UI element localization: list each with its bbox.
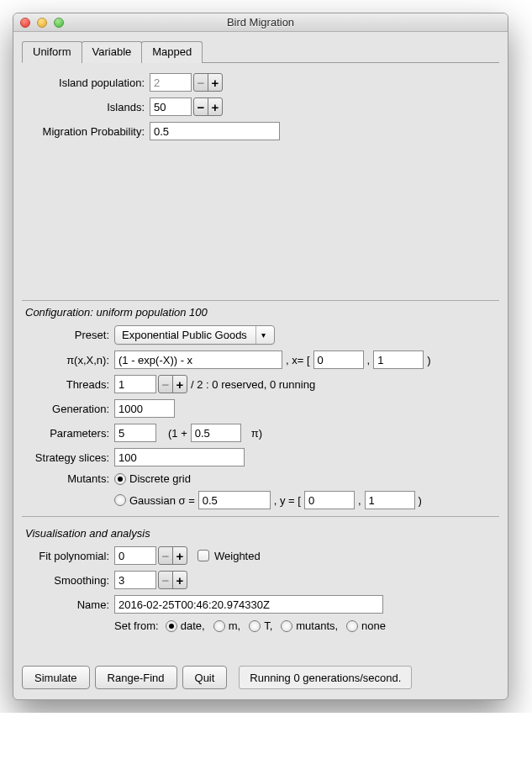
x-hi-input[interactable]	[373, 350, 424, 369]
range-find-button[interactable]: Range-Find	[95, 666, 177, 689]
island-population-label: Island population:	[22, 76, 150, 89]
threads-info: / 2 : 0 reserved, 0 running	[187, 378, 319, 391]
y-close-bracket: )	[415, 494, 425, 507]
simulate-button[interactable]: Simulate	[22, 666, 90, 689]
window-title: Bird Migration	[13, 16, 508, 29]
quit-button[interactable]: Quit	[182, 666, 228, 689]
parameters-label: Parameters:	[22, 427, 114, 440]
traffic-lights	[20, 18, 64, 28]
fit-polynomial-label: Fit polynomial:	[22, 550, 114, 562]
preset-dropdown[interactable]: Exponential Public Goods ▾	[114, 325, 275, 345]
smoothing-decrement[interactable]: −	[158, 571, 173, 589]
mutants-gaussian-option[interactable]: Gaussian σ =	[114, 494, 198, 507]
pi-label: π(x,X,n):	[22, 354, 114, 366]
smoothing-input[interactable]	[114, 571, 156, 589]
islands-decrement[interactable]: −	[193, 98, 208, 116]
weighted-checkbox[interactable]: Weighted	[198, 550, 261, 562]
migration-probability-label: Migration Probability:	[22, 125, 150, 138]
name-input[interactable]	[114, 595, 383, 614]
fit-decrement[interactable]: −	[158, 546, 173, 565]
setfrom-m[interactable]: m,	[213, 619, 240, 632]
tab-uniform[interactable]: Uniform	[22, 41, 82, 63]
radio-icon	[213, 620, 225, 632]
content: Uniform Variable Mapped Island populatio…	[13, 32, 508, 699]
smoothing-label: Smoothing:	[22, 574, 114, 587]
checkbox-icon	[198, 550, 209, 561]
param-close: π)	[241, 427, 266, 440]
mutants-discrete-label: Discrete grid	[129, 472, 191, 485]
y-hi-input[interactable]	[365, 491, 415, 509]
mutants-gaussian-label: Gaussian σ =	[129, 494, 198, 507]
radio-icon	[346, 620, 358, 632]
radio-icon	[114, 494, 126, 506]
x-lo-input[interactable]	[313, 350, 364, 369]
y-lo-input[interactable]	[304, 491, 355, 509]
close-button[interactable]	[20, 18, 30, 28]
chevron-down-icon: ▾	[255, 326, 271, 344]
tab-variable[interactable]: Variable	[82, 41, 143, 63]
status-text: Running 0 generations/second.	[239, 666, 412, 689]
y-open-bracket: , y = [	[271, 494, 304, 507]
titlebar: Bird Migration	[13, 13, 508, 32]
generation-label: Generation:	[22, 403, 114, 415]
visualisation-header: Visualisation and analysis	[22, 522, 499, 546]
islands-label: Islands:	[22, 101, 150, 113]
x-comma: ,	[364, 354, 374, 366]
preset-label: Preset:	[22, 329, 114, 341]
islands-increment[interactable]: +	[208, 98, 223, 116]
param-open: (1 +	[156, 427, 191, 440]
strategy-slices-label: Strategy slices:	[22, 451, 114, 464]
fit-increment[interactable]: +	[172, 546, 187, 565]
preset-value: Exponential Public Goods	[122, 329, 255, 341]
setfrom-label: Set from:	[114, 619, 162, 632]
island-population-increment[interactable]: +	[208, 73, 223, 92]
zoom-button[interactable]	[54, 18, 64, 28]
setfrom-none[interactable]: none	[346, 619, 386, 632]
radio-icon	[166, 620, 177, 632]
setfrom-date[interactable]: date,	[166, 619, 205, 632]
pi-expression-input[interactable]	[114, 350, 282, 369]
islands-input[interactable]	[150, 98, 192, 116]
migration-probability-input[interactable]	[150, 122, 280, 140]
mutants-label: Mutants:	[22, 472, 114, 485]
mutants-discrete-option[interactable]: Discrete grid	[114, 472, 191, 485]
radio-icon	[114, 473, 126, 485]
gaussian-sigma-input[interactable]	[198, 491, 271, 509]
bottom-button-row: Simulate Range-Find Quit Running 0 gener…	[22, 666, 499, 689]
parameters-input[interactable]	[114, 424, 156, 442]
threads-increment[interactable]: +	[172, 375, 187, 393]
radio-icon	[249, 620, 261, 632]
parameters-second-input[interactable]	[191, 424, 241, 442]
strategy-slices-input[interactable]	[114, 448, 245, 466]
window: Bird Migration Uniform Variable Mapped I…	[13, 13, 508, 700]
threads-decrement[interactable]: −	[158, 375, 173, 393]
x-open-bracket: , x= [	[282, 354, 313, 366]
separator	[22, 516, 499, 517]
island-population-decrement[interactable]: −	[193, 73, 208, 92]
uniform-panel: Island population: − + Islands: − + Migr…	[22, 71, 499, 290]
threads-label: Threads:	[22, 378, 114, 391]
weighted-label: Weighted	[214, 550, 261, 562]
tab-bar: Uniform Variable Mapped	[22, 40, 499, 63]
fit-polynomial-input[interactable]	[114, 546, 156, 565]
name-label: Name:	[22, 598, 114, 611]
tab-mapped[interactable]: Mapped	[141, 41, 203, 63]
generation-input[interactable]	[114, 399, 175, 418]
radio-icon	[281, 620, 292, 632]
island-population-input[interactable]	[150, 73, 192, 92]
threads-input[interactable]	[114, 375, 156, 393]
configuration-header: Configuration: uniform population 100	[22, 300, 499, 325]
x-close-bracket: )	[424, 354, 434, 366]
y-comma: ,	[355, 494, 365, 507]
setfrom-mutants[interactable]: mutants,	[281, 619, 338, 632]
setfrom-T[interactable]: T,	[249, 619, 272, 632]
minimize-button[interactable]	[37, 18, 47, 28]
smoothing-increment[interactable]: +	[172, 571, 187, 589]
